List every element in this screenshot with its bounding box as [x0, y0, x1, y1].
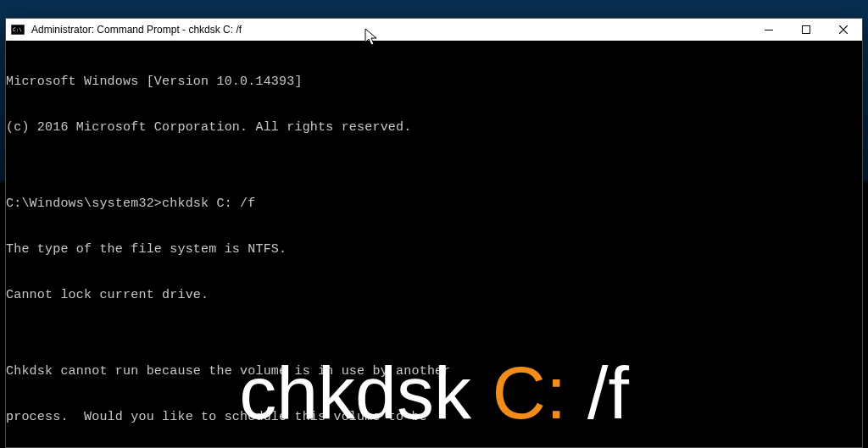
desktop-background: C:\ Administrator: Command Prompt - chkd… — [0, 0, 868, 448]
terminal-line: C:\Windows\system32>chkdsk C: /f — [6, 196, 859, 212]
terminal-line: Cannot lock current drive. — [6, 288, 859, 303]
terminal-line: (c) 2016 Microsoft Corporation. All righ… — [6, 120, 859, 136]
window-controls — [750, 19, 862, 41]
titlebar-drag-area[interactable] — [242, 19, 750, 41]
command-prompt-window: C:\ Administrator: Command Prompt - chkd… — [5, 18, 863, 448]
terminal-line: The type of the file system is NTFS. — [6, 242, 859, 257]
window-titlebar[interactable]: C:\ Administrator: Command Prompt - chkd… — [6, 19, 862, 41]
maximize-button[interactable] — [787, 19, 825, 41]
minimize-icon — [765, 25, 773, 34]
window-title: Administrator: Command Prompt - chkdsk C… — [31, 19, 242, 41]
close-button[interactable] — [825, 19, 862, 41]
terminal-line: Microsoft Windows [Version 10.0.14393] — [6, 75, 859, 90]
close-icon — [839, 25, 848, 34]
terminal-line: Chkdsk cannot run because the volume is … — [6, 364, 859, 379]
cmd-icon: C:\ — [9, 23, 26, 36]
svg-rect-3 — [765, 30, 773, 30]
maximize-icon — [802, 25, 810, 34]
terminal-line: process. Would you like to schedule this… — [6, 410, 859, 425]
svg-text:C:\: C:\ — [13, 26, 22, 32]
minimize-button[interactable] — [750, 19, 787, 41]
svg-rect-4 — [803, 26, 810, 34]
terminal-output[interactable]: Microsoft Windows [Version 10.0.14393] (… — [6, 41, 862, 448]
